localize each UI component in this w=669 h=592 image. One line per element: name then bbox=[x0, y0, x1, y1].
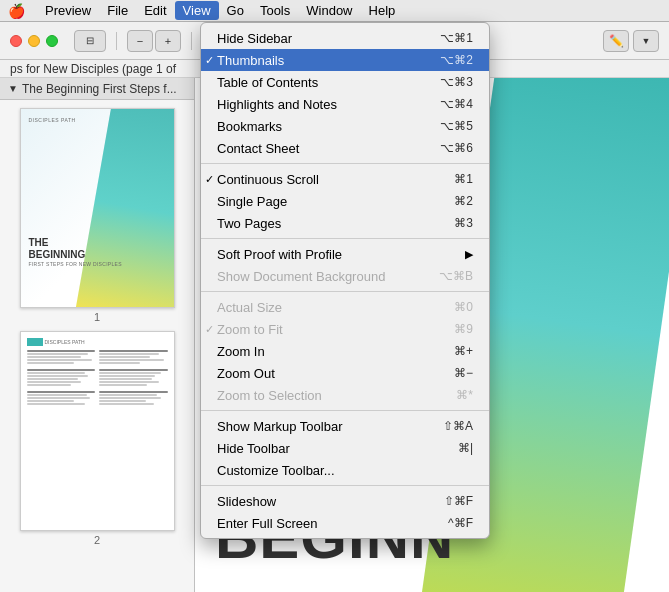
menu-hide-toolbar-label: Hide Toolbar bbox=[217, 441, 290, 456]
menu-zoom-to-selection[interactable]: Zoom to Selection ⌘* bbox=[201, 384, 489, 406]
menu-toc-shortcut: ⌥⌘3 bbox=[440, 75, 473, 89]
menubar-window[interactable]: Window bbox=[298, 1, 360, 20]
menu-hide-sidebar-label: Hide Sidebar bbox=[217, 31, 292, 46]
menu-actual-size[interactable]: Actual Size ⌘0 bbox=[201, 296, 489, 318]
more-button[interactable]: ▼ bbox=[633, 30, 659, 52]
thumbnail-page-1[interactable]: DISCIPLES PATH THEBEGINNING FIRST STEPS … bbox=[20, 108, 175, 323]
menu-single-page-shortcut: ⌘2 bbox=[454, 194, 473, 208]
menu-thumbnails-label: Thumbnails bbox=[217, 53, 284, 68]
menu-zoom-to-selection-label: Zoom to Selection bbox=[217, 388, 322, 403]
menu-bookmarks-label: Bookmarks bbox=[217, 119, 282, 134]
menu-slideshow[interactable]: Slideshow ⇧⌘F bbox=[201, 490, 489, 512]
menubar-file[interactable]: File bbox=[99, 1, 136, 20]
menu-zoom-out-shortcut: ⌘− bbox=[454, 366, 473, 380]
menu-highlights-notes-shortcut: ⌥⌘4 bbox=[440, 97, 473, 111]
menu-slideshow-shortcut: ⇧⌘F bbox=[444, 494, 473, 508]
menu-contact-sheet[interactable]: Contact Sheet ⌥⌘6 bbox=[201, 137, 489, 159]
thumb-1-teal-stripe bbox=[75, 108, 174, 308]
zoom-out-button[interactable]: − bbox=[127, 30, 153, 52]
menu-two-pages-label: Two Pages bbox=[217, 216, 281, 231]
thumb-1-text: THEBEGINNING FIRST STEPS FOR NEW DISCIPL… bbox=[29, 237, 122, 267]
sidebar: ▼ The Beginning First Steps f... DISCIPL… bbox=[0, 78, 195, 592]
menu-enter-full-screen-shortcut: ^⌘F bbox=[448, 516, 473, 530]
sidebar-toggle-button[interactable]: ⊟ bbox=[74, 30, 106, 52]
zoom-in-button[interactable]: + bbox=[155, 30, 181, 52]
menu-hide-sidebar-shortcut: ⌥⌘1 bbox=[440, 31, 473, 45]
menu-zoom-to-selection-shortcut: ⌘* bbox=[456, 388, 473, 402]
thumb-2-content bbox=[27, 350, 168, 405]
annotate-button[interactable]: ✏️ bbox=[603, 30, 629, 52]
menu-hide-toolbar[interactable]: Hide Toolbar ⌘| bbox=[201, 437, 489, 459]
menu-continuous-scroll[interactable]: ✓ Continuous Scroll ⌘1 bbox=[201, 168, 489, 190]
menubar: 🍎 Preview File Edit View Go Tools Window… bbox=[0, 0, 669, 22]
menu-continuous-scroll-label: Continuous Scroll bbox=[217, 172, 319, 187]
apple-menu[interactable]: 🍎 bbox=[8, 3, 25, 19]
menu-zoom-fit-check: ✓ bbox=[205, 323, 214, 336]
menu-zoom-out[interactable]: Zoom Out ⌘− bbox=[201, 362, 489, 384]
menu-slideshow-label: Slideshow bbox=[217, 494, 276, 509]
menu-toc[interactable]: Table of Contents ⌥⌘3 bbox=[201, 71, 489, 93]
menu-enter-full-screen[interactable]: Enter Full Screen ^⌘F bbox=[201, 512, 489, 534]
thumb-1-logo: DISCIPLES PATH bbox=[29, 117, 76, 123]
menu-show-markup-toolbar-label: Show Markup Toolbar bbox=[217, 419, 343, 434]
menu-soft-proof-label: Soft Proof with Profile bbox=[217, 247, 342, 262]
menu-hide-sidebar[interactable]: Hide Sidebar ⌥⌘1 bbox=[201, 27, 489, 49]
menu-actual-size-shortcut: ⌘0 bbox=[454, 300, 473, 314]
menu-enter-full-screen-label: Enter Full Screen bbox=[217, 516, 317, 531]
menu-highlights-notes-label: Highlights and Notes bbox=[217, 97, 337, 112]
menu-continuous-check: ✓ bbox=[205, 173, 214, 186]
menu-highlights-notes[interactable]: Highlights and Notes ⌥⌘4 bbox=[201, 93, 489, 115]
menu-two-pages[interactable]: Two Pages ⌘3 bbox=[201, 212, 489, 234]
sidebar-title: The Beginning First Steps f... bbox=[22, 82, 177, 96]
menu-actual-size-label: Actual Size bbox=[217, 300, 282, 315]
view-menu-dropdown[interactable]: Hide Sidebar ⌥⌘1 ✓ Thumbnails ⌥⌘2 Table … bbox=[200, 22, 490, 539]
menu-show-doc-bg-label: Show Document Background bbox=[217, 269, 385, 284]
thumbnail-page-2[interactable]: DISCIPLES PATH bbox=[20, 331, 175, 546]
menu-sep-4 bbox=[201, 410, 489, 411]
sidebar-header: ▼ The Beginning First Steps f... bbox=[0, 78, 194, 100]
menu-sep-5 bbox=[201, 485, 489, 486]
menu-soft-proof[interactable]: Soft Proof with Profile ▶ bbox=[201, 243, 489, 265]
menu-thumbnails-check: ✓ bbox=[205, 54, 214, 67]
minimize-button[interactable] bbox=[28, 35, 40, 47]
menubar-tools[interactable]: Tools bbox=[252, 1, 298, 20]
sidebar-pages[interactable]: DISCIPLES PATH THEBEGINNING FIRST STEPS … bbox=[0, 100, 194, 592]
menu-toc-label: Table of Contents bbox=[217, 75, 318, 90]
menu-bookmarks-shortcut: ⌥⌘5 bbox=[440, 119, 473, 133]
menu-bookmarks[interactable]: Bookmarks ⌥⌘5 bbox=[201, 115, 489, 137]
menubar-preview[interactable]: Preview bbox=[37, 1, 99, 20]
menu-show-doc-bg[interactable]: Show Document Background ⌥⌘B bbox=[201, 265, 489, 287]
menu-zoom-in[interactable]: Zoom In ⌘+ bbox=[201, 340, 489, 362]
menu-hide-toolbar-shortcut: ⌘| bbox=[458, 441, 473, 455]
thumb-2-logo: DISCIPLES PATH bbox=[27, 338, 168, 346]
title-text: ps for New Disciples (page 1 of bbox=[10, 62, 176, 76]
menu-zoom-to-fit-label: Zoom to Fit bbox=[217, 322, 283, 337]
menu-two-pages-shortcut: ⌘3 bbox=[454, 216, 473, 230]
sidebar-arrow-icon: ▼ bbox=[8, 83, 18, 94]
toolbar-separator-1 bbox=[116, 32, 117, 50]
traffic-lights bbox=[10, 35, 58, 47]
menu-customize-toolbar[interactable]: Customize Toolbar... bbox=[201, 459, 489, 481]
thumb-1-image[interactable]: DISCIPLES PATH THEBEGINNING FIRST STEPS … bbox=[20, 108, 175, 308]
thumb-2-image[interactable]: DISCIPLES PATH bbox=[20, 331, 175, 531]
zoom-controls: − + bbox=[127, 30, 181, 52]
menubar-go[interactable]: Go bbox=[219, 1, 252, 20]
menu-contact-sheet-label: Contact Sheet bbox=[217, 141, 299, 156]
fullscreen-button[interactable] bbox=[46, 35, 58, 47]
menu-show-markup-toolbar-shortcut: ⇧⌘A bbox=[443, 419, 473, 433]
menu-thumbnails[interactable]: ✓ Thumbnails ⌥⌘2 bbox=[201, 49, 489, 71]
menubar-view[interactable]: View bbox=[175, 1, 219, 20]
menubar-help[interactable]: Help bbox=[361, 1, 404, 20]
menu-thumbnails-shortcut: ⌥⌘2 bbox=[440, 53, 473, 67]
submenu-arrow-icon: ▶ bbox=[465, 248, 473, 261]
menu-sep-3 bbox=[201, 291, 489, 292]
menubar-edit[interactable]: Edit bbox=[136, 1, 174, 20]
menu-zoom-to-fit-shortcut: ⌘9 bbox=[454, 322, 473, 336]
menu-single-page[interactable]: Single Page ⌘2 bbox=[201, 190, 489, 212]
close-button[interactable] bbox=[10, 35, 22, 47]
menu-show-markup-toolbar[interactable]: Show Markup Toolbar ⇧⌘A bbox=[201, 415, 489, 437]
menu-single-page-label: Single Page bbox=[217, 194, 287, 209]
menu-contact-sheet-shortcut: ⌥⌘6 bbox=[440, 141, 473, 155]
toolbar-separator-2 bbox=[191, 32, 192, 50]
menu-zoom-to-fit[interactable]: ✓ Zoom to Fit ⌘9 bbox=[201, 318, 489, 340]
